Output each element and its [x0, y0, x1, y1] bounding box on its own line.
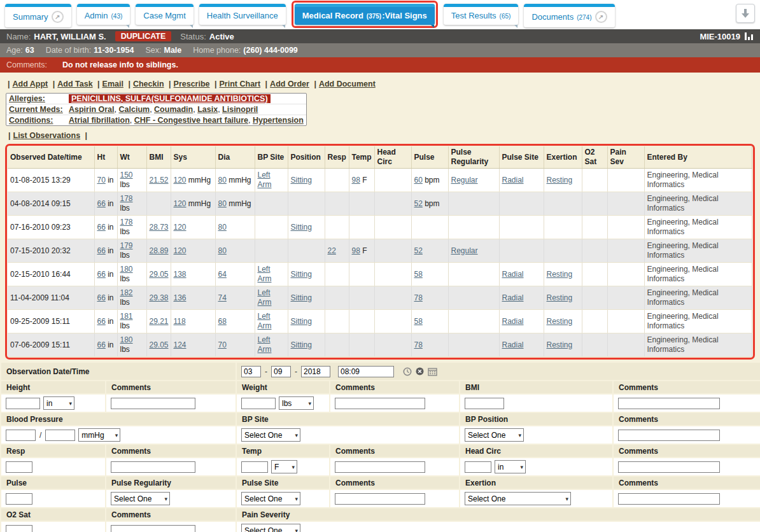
head-circ-input[interactable]	[465, 461, 491, 473]
vital-value-link[interactable]: Left Arm	[258, 312, 272, 330]
time-input[interactable]	[338, 366, 394, 377]
vital-value-link[interactable]: 180	[120, 335, 133, 344]
vital-value-link[interactable]: 98	[352, 246, 360, 255]
weight-comments-input[interactable]	[335, 398, 425, 409]
exertion-select[interactable]: Select One	[465, 492, 571, 505]
height-unit-select[interactable]: in	[43, 396, 74, 410]
bp-position-select[interactable]: Select One	[465, 428, 524, 442]
vital-value-link[interactable]: Resting	[547, 340, 573, 349]
vital-value-link[interactable]: 78	[414, 293, 423, 302]
vital-value-link[interactable]: 80	[218, 246, 227, 255]
popout-arrow-icon[interactable]: ↗	[52, 11, 64, 23]
vital-value-link[interactable]: Radial	[502, 317, 524, 326]
vital-value-link[interactable]: 70	[218, 340, 227, 349]
vital-value-link[interactable]: Resting	[547, 317, 573, 326]
bp-comments-input[interactable]	[618, 430, 720, 441]
vital-value-link[interactable]: 138	[174, 270, 186, 279]
vital-value-link[interactable]: 80	[218, 176, 227, 185]
vital-value-link[interactable]: 136	[174, 293, 186, 302]
vital-value-link[interactable]: 180	[120, 265, 133, 274]
clear-x-icon[interactable]	[416, 367, 424, 375]
tab-documents[interactable]: Documents (274) ↗	[524, 4, 614, 27]
bmi-comments-input[interactable]	[618, 398, 720, 409]
o2-sat-input[interactable]	[6, 525, 32, 532]
vital-value-link[interactable]: 80	[218, 223, 227, 232]
vital-value-link[interactable]: Sitting	[291, 293, 312, 302]
summary-item-link[interactable]: Hypertension	[253, 116, 304, 125]
height-comments-input[interactable]	[111, 398, 195, 409]
bp-systolic-input[interactable]	[6, 430, 36, 441]
vital-value-link[interactable]: 66	[97, 317, 106, 326]
vital-value-link[interactable]: Sitting	[291, 176, 312, 185]
summary-item-link[interactable]: Aspirin Oral	[69, 105, 115, 114]
vital-value-link[interactable]: 120	[174, 199, 186, 208]
conditions-label[interactable]: Conditions:	[9, 116, 69, 125]
bmi-input[interactable]	[465, 398, 504, 409]
popout-arrow-icon[interactable]: ↗	[595, 11, 607, 23]
summary-item-link[interactable]: Lisinopril	[222, 105, 258, 114]
vital-value-link[interactable]: Left Arm	[258, 171, 272, 189]
summary-item-link[interactable]: Lasix	[197, 105, 218, 114]
vital-value-link[interactable]: 80	[218, 199, 227, 208]
o2-comments-input[interactable]	[111, 525, 195, 532]
summary-item-link[interactable]: CHF - Congestive heart failure	[134, 116, 248, 125]
vital-value-link[interactable]: Regular	[451, 176, 478, 185]
vital-value-link[interactable]: 120	[174, 223, 186, 232]
pulse-site-select[interactable]: Select One	[241, 492, 300, 505]
vital-value-link[interactable]: Resting	[547, 176, 573, 185]
vital-value-link[interactable]: 29.38	[150, 293, 169, 302]
clock-icon[interactable]	[403, 367, 412, 376]
tab-medical-record[interactable]: Medical Record (375) :Vital Signs	[295, 4, 435, 25]
vital-value-link[interactable]: 66	[97, 246, 106, 255]
head-circ-comments-input[interactable]	[618, 461, 720, 473]
bp-unit-select[interactable]: mmHg	[78, 428, 120, 442]
vital-value-link[interactable]: 66	[97, 223, 106, 232]
list-observations-link[interactable]: List Observations	[13, 131, 81, 140]
action-add-appt[interactable]: Add Appt	[13, 80, 48, 88]
vital-value-link[interactable]: 182	[120, 288, 133, 297]
vital-value-link[interactable]: 179	[120, 241, 133, 250]
tab-admin[interactable]: Admin (43)	[77, 4, 130, 25]
vital-value-link[interactable]: 181	[120, 312, 133, 321]
vital-value-link[interactable]: Radial	[502, 270, 524, 279]
vital-value-link[interactable]: Left Arm	[258, 335, 272, 354]
bar-chart-icon[interactable]	[744, 32, 754, 41]
vital-value-link[interactable]: 58	[414, 270, 423, 279]
temp-comments-input[interactable]	[335, 461, 425, 473]
vital-value-link[interactable]: 78	[414, 340, 423, 349]
allergies-label[interactable]: Allergies:	[9, 94, 69, 103]
date-year-input[interactable]	[301, 366, 330, 377]
vital-value-link[interactable]: Sitting	[291, 317, 312, 326]
exertion-comments-input[interactable]	[618, 493, 720, 505]
action-add-task[interactable]: Add Task	[57, 80, 92, 88]
vital-value-link[interactable]: 22	[328, 246, 336, 255]
duplicate-badge[interactable]: DUPLICATE	[115, 31, 172, 41]
vital-value-link[interactable]: Sitting	[291, 223, 312, 232]
vital-value-link[interactable]: 124	[174, 340, 186, 349]
date-day-input[interactable]	[271, 366, 291, 377]
vital-value-link[interactable]: 120	[174, 176, 186, 185]
vital-value-link[interactable]: 58	[414, 317, 423, 326]
vital-value-link[interactable]: Radial	[502, 340, 524, 349]
current-meds-label[interactable]: Current Meds:	[9, 105, 69, 114]
vital-value-link[interactable]: 21.52	[150, 176, 169, 185]
pain-severity-select[interactable]: Select One	[241, 524, 300, 532]
vital-value-link[interactable]: 52	[414, 199, 423, 208]
vital-value-link[interactable]: 120	[174, 246, 186, 255]
vital-value-link[interactable]: 70	[97, 176, 106, 185]
action-add-order[interactable]: Add Order	[270, 80, 309, 88]
action-add-document[interactable]: Add Document	[319, 80, 376, 88]
allergies-value-link[interactable]: PENICILLINS, SULFA(SULFONAMIDE ANTIBIOTI…	[69, 94, 271, 103]
pulse-comments-input[interactable]	[335, 493, 425, 505]
vital-value-link[interactable]: 178	[120, 194, 133, 203]
vital-value-link[interactable]: 29.05	[150, 340, 169, 349]
action-print-chart[interactable]: Print Chart	[220, 80, 261, 88]
vital-value-link[interactable]: 28.73	[150, 223, 169, 232]
vital-value-link[interactable]: 66	[97, 293, 106, 302]
vital-value-link[interactable]: 60	[414, 176, 423, 185]
vital-value-link[interactable]: 64	[218, 270, 227, 279]
vital-value-link[interactable]: 74	[218, 293, 227, 302]
date-month-input[interactable]	[241, 366, 261, 377]
pulse-regularity-select[interactable]: Select One	[111, 492, 170, 505]
vital-value-link[interactable]: Radial	[502, 293, 524, 302]
